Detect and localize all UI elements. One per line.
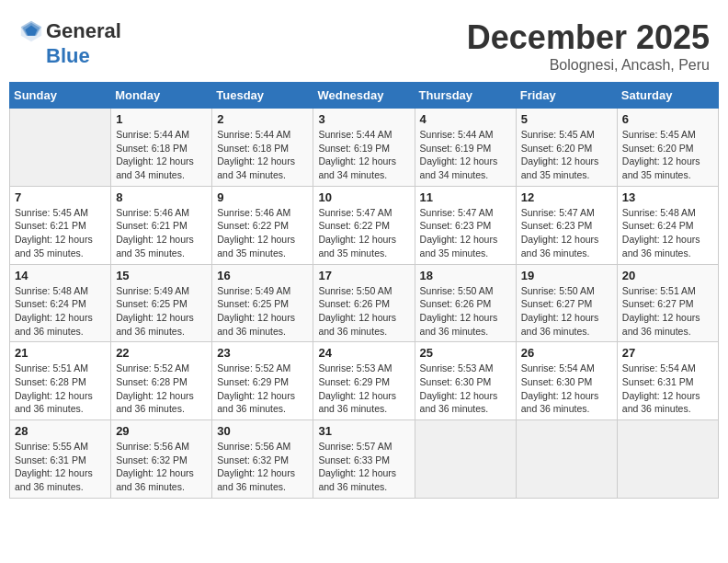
weekday-header-sunday: Sunday (10, 83, 111, 109)
day-number: 27 (622, 346, 713, 360)
calendar-cell: 22Sunrise: 5:52 AM Sunset: 6:28 PM Dayli… (111, 342, 212, 420)
day-info: Sunrise: 5:57 AM Sunset: 6:33 PM Dayligh… (318, 440, 409, 494)
calendar-week-row: 21Sunrise: 5:51 AM Sunset: 6:28 PM Dayli… (10, 342, 719, 420)
day-info: Sunrise: 5:53 AM Sunset: 6:30 PM Dayligh… (420, 362, 511, 416)
day-info: Sunrise: 5:54 AM Sunset: 6:30 PM Dayligh… (521, 362, 612, 416)
page-header: General Blue December 2025 Bolognesi, An… (9, 9, 719, 78)
day-info: Sunrise: 5:52 AM Sunset: 6:29 PM Dayligh… (217, 362, 308, 416)
day-number: 7 (15, 190, 106, 204)
calendar-cell: 28Sunrise: 5:55 AM Sunset: 6:31 PM Dayli… (10, 420, 111, 499)
weekday-header-row: SundayMondayTuesdayWednesdayThursdayFrid… (10, 83, 719, 109)
location-subtitle: Bolognesi, Ancash, Peru (467, 57, 710, 74)
calendar-week-row: 1Sunrise: 5:44 AM Sunset: 6:18 PM Daylig… (10, 109, 719, 187)
calendar-table: SundayMondayTuesdayWednesdayThursdayFrid… (9, 82, 719, 499)
day-info: Sunrise: 5:53 AM Sunset: 6:29 PM Dayligh… (318, 362, 409, 416)
weekday-header-monday: Monday (111, 83, 212, 109)
logo: General Blue (18, 18, 121, 68)
day-number: 18 (420, 269, 511, 282)
day-info: Sunrise: 5:44 AM Sunset: 6:18 PM Dayligh… (116, 128, 207, 182)
title-block: December 2025 Bolognesi, Ancash, Peru (467, 18, 710, 74)
day-info: Sunrise: 5:44 AM Sunset: 6:19 PM Dayligh… (318, 128, 409, 182)
day-number: 17 (318, 269, 409, 282)
day-number: 16 (217, 269, 308, 282)
day-info: Sunrise: 5:51 AM Sunset: 6:28 PM Dayligh… (15, 362, 106, 416)
day-info: Sunrise: 5:48 AM Sunset: 6:24 PM Dayligh… (15, 284, 106, 339)
calendar-cell: 25Sunrise: 5:53 AM Sunset: 6:30 PM Dayli… (415, 342, 516, 420)
day-number: 20 (622, 269, 713, 282)
calendar-cell: 5Sunrise: 5:45 AM Sunset: 6:20 PM Daylig… (516, 109, 617, 187)
weekday-header-friday: Friday (516, 83, 617, 109)
calendar-cell: 26Sunrise: 5:54 AM Sunset: 6:30 PM Dayli… (516, 342, 617, 420)
day-number: 3 (318, 112, 409, 126)
day-number: 11 (420, 190, 511, 204)
calendar-cell: 8Sunrise: 5:46 AM Sunset: 6:21 PM Daylig… (111, 186, 212, 264)
calendar-week-row: 14Sunrise: 5:48 AM Sunset: 6:24 PM Dayli… (10, 264, 719, 342)
calendar-cell: 23Sunrise: 5:52 AM Sunset: 6:29 PM Dayli… (212, 342, 313, 420)
day-info: Sunrise: 5:46 AM Sunset: 6:22 PM Dayligh… (217, 206, 308, 260)
day-number: 25 (420, 346, 511, 360)
logo-text-blue: Blue (46, 44, 90, 68)
calendar-cell: 4Sunrise: 5:44 AM Sunset: 6:19 PM Daylig… (415, 109, 516, 187)
day-number: 30 (217, 424, 308, 438)
day-number: 12 (521, 190, 612, 204)
calendar-cell (617, 420, 718, 499)
day-number: 21 (15, 346, 106, 360)
day-info: Sunrise: 5:54 AM Sunset: 6:31 PM Dayligh… (622, 362, 713, 416)
day-number: 8 (116, 190, 207, 204)
weekday-header-thursday: Thursday (415, 83, 516, 109)
calendar-cell: 11Sunrise: 5:47 AM Sunset: 6:23 PM Dayli… (415, 186, 516, 264)
logo-text-general: General (46, 19, 121, 43)
calendar-cell (415, 420, 516, 499)
calendar-cell: 15Sunrise: 5:49 AM Sunset: 6:25 PM Dayli… (111, 264, 212, 342)
weekday-header-tuesday: Tuesday (212, 83, 313, 109)
day-info: Sunrise: 5:46 AM Sunset: 6:21 PM Dayligh… (116, 206, 207, 260)
calendar-cell: 29Sunrise: 5:56 AM Sunset: 6:32 PM Dayli… (111, 420, 212, 499)
day-info: Sunrise: 5:50 AM Sunset: 6:26 PM Dayligh… (420, 284, 511, 339)
day-info: Sunrise: 5:52 AM Sunset: 6:28 PM Dayligh… (116, 362, 207, 416)
day-number: 26 (521, 346, 612, 360)
day-number: 22 (116, 346, 207, 360)
month-title: December 2025 (467, 18, 710, 57)
day-info: Sunrise: 5:51 AM Sunset: 6:27 PM Dayligh… (622, 284, 713, 339)
calendar-cell: 17Sunrise: 5:50 AM Sunset: 6:26 PM Dayli… (313, 264, 415, 342)
day-info: Sunrise: 5:45 AM Sunset: 6:20 PM Dayligh… (622, 128, 713, 182)
day-info: Sunrise: 5:47 AM Sunset: 6:23 PM Dayligh… (420, 206, 511, 260)
day-info: Sunrise: 5:48 AM Sunset: 6:24 PM Dayligh… (622, 206, 713, 260)
day-number: 29 (116, 424, 207, 438)
calendar-cell (10, 109, 111, 187)
calendar-cell: 20Sunrise: 5:51 AM Sunset: 6:27 PM Dayli… (617, 264, 718, 342)
day-info: Sunrise: 5:49 AM Sunset: 6:25 PM Dayligh… (116, 284, 207, 339)
logo-icon (18, 18, 44, 44)
calendar-cell: 3Sunrise: 5:44 AM Sunset: 6:19 PM Daylig… (313, 109, 415, 187)
day-number: 4 (420, 112, 511, 126)
day-number: 31 (318, 424, 409, 438)
day-number: 5 (521, 112, 612, 126)
calendar-cell: 6Sunrise: 5:45 AM Sunset: 6:20 PM Daylig… (617, 109, 718, 187)
calendar-cell: 18Sunrise: 5:50 AM Sunset: 6:26 PM Dayli… (415, 264, 516, 342)
day-number: 1 (116, 112, 207, 126)
calendar-cell: 27Sunrise: 5:54 AM Sunset: 6:31 PM Dayli… (617, 342, 718, 420)
calendar-cell (516, 420, 617, 499)
day-info: Sunrise: 5:56 AM Sunset: 6:32 PM Dayligh… (116, 440, 207, 494)
day-number: 13 (622, 190, 713, 204)
day-number: 23 (217, 346, 308, 360)
day-info: Sunrise: 5:47 AM Sunset: 6:23 PM Dayligh… (521, 206, 612, 260)
calendar-cell: 16Sunrise: 5:49 AM Sunset: 6:25 PM Dayli… (212, 264, 313, 342)
weekday-header-wednesday: Wednesday (313, 83, 415, 109)
day-number: 14 (15, 269, 106, 282)
weekday-header-saturday: Saturday (617, 83, 718, 109)
day-info: Sunrise: 5:45 AM Sunset: 6:20 PM Dayligh… (521, 128, 612, 182)
day-number: 9 (217, 190, 308, 204)
calendar-cell: 12Sunrise: 5:47 AM Sunset: 6:23 PM Dayli… (516, 186, 617, 264)
calendar-cell: 19Sunrise: 5:50 AM Sunset: 6:27 PM Dayli… (516, 264, 617, 342)
day-info: Sunrise: 5:50 AM Sunset: 6:26 PM Dayligh… (318, 284, 409, 339)
day-info: Sunrise: 5:56 AM Sunset: 6:32 PM Dayligh… (217, 440, 308, 494)
day-number: 28 (15, 424, 106, 438)
calendar-cell: 14Sunrise: 5:48 AM Sunset: 6:24 PM Dayli… (10, 264, 111, 342)
calendar-week-row: 7Sunrise: 5:45 AM Sunset: 6:21 PM Daylig… (10, 186, 719, 264)
calendar-cell: 9Sunrise: 5:46 AM Sunset: 6:22 PM Daylig… (212, 186, 313, 264)
day-number: 19 (521, 269, 612, 282)
calendar-cell: 21Sunrise: 5:51 AM Sunset: 6:28 PM Dayli… (10, 342, 111, 420)
calendar-cell: 7Sunrise: 5:45 AM Sunset: 6:21 PM Daylig… (10, 186, 111, 264)
calendar-cell: 10Sunrise: 5:47 AM Sunset: 6:22 PM Dayli… (313, 186, 415, 264)
